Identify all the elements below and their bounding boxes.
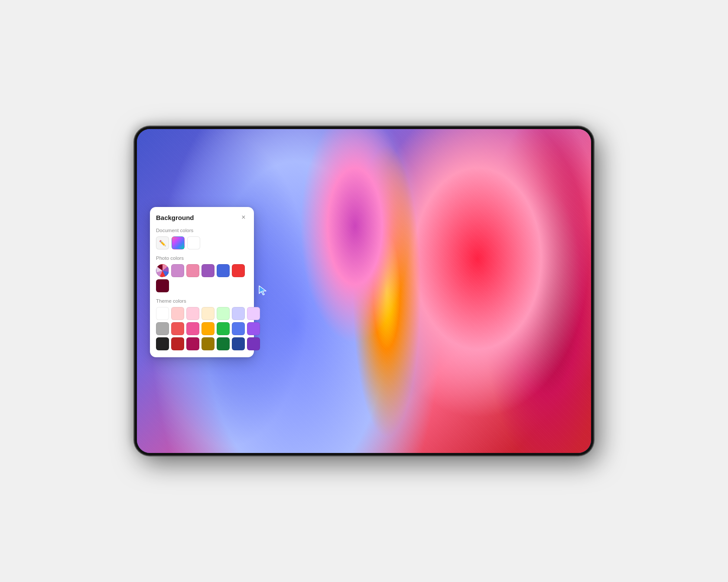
tablet-screen: Background × Document colors ✏️	[137, 129, 591, 453]
theme-swatch-dark-red[interactable]	[171, 337, 184, 350]
white-swatch[interactable]	[187, 236, 200, 249]
theme-swatch-white[interactable]	[156, 307, 169, 320]
picker-title: Background	[156, 214, 194, 221]
theme-swatch-dark-yellow[interactable]	[202, 337, 214, 350]
photo-swatch-6[interactable]	[156, 279, 169, 292]
photo-swatch-2[interactable]	[186, 264, 199, 277]
photo-swatch-1[interactable]	[171, 264, 184, 277]
theme-swatch-hot-pink[interactable]	[186, 322, 199, 335]
theme-swatch-light-green[interactable]	[217, 307, 230, 320]
color-picker-panel: Background × Document colors ✏️	[150, 207, 254, 357]
theme-swatch-orange[interactable]	[202, 322, 214, 335]
theme-swatch-gray[interactable]	[156, 322, 169, 335]
photo-colors-label: Photo colors	[156, 255, 248, 261]
document-colors-section: Document colors ✏️	[156, 228, 248, 249]
theme-swatch-dark-pink[interactable]	[186, 337, 199, 350]
theme-swatch-light-blue[interactable]	[232, 307, 245, 320]
theme-swatch-dark-purple[interactable]	[247, 337, 260, 350]
photo-swatch-4[interactable]	[217, 264, 230, 277]
theme-swatch-purple[interactable]	[247, 322, 260, 335]
theme-swatch-blue[interactable]	[232, 322, 245, 335]
photo-colors-row	[156, 264, 248, 292]
picker-header: Background ×	[156, 213, 248, 222]
theme-swatch-light-red[interactable]	[171, 307, 184, 320]
eyedropper-icon: ✏️	[159, 240, 166, 246]
theme-swatch-red[interactable]	[171, 322, 184, 335]
tablet-device: Background × Document colors ✏️	[134, 126, 594, 456]
scene: Background × Document colors ✏️	[104, 96, 624, 486]
theme-swatch-dark-blue[interactable]	[232, 337, 245, 350]
theme-swatch-light-pink[interactable]	[186, 307, 199, 320]
theme-colors-grid	[156, 307, 248, 350]
theme-colors-section: Theme colors	[156, 298, 248, 350]
gradient-swatch[interactable]	[172, 236, 185, 249]
theme-swatch-green[interactable]	[217, 322, 230, 335]
theme-swatch-light-purple[interactable]	[247, 307, 260, 320]
theme-colors-label: Theme colors	[156, 298, 248, 304]
photo-multicolor-swatch[interactable]	[156, 264, 169, 277]
document-colors-label: Document colors	[156, 228, 248, 233]
photo-swatch-3[interactable]	[202, 264, 214, 277]
close-button[interactable]: ×	[239, 213, 248, 222]
eyedropper-swatch[interactable]: ✏️	[156, 236, 169, 249]
photo-colors-section: Photo colors	[156, 255, 248, 292]
theme-swatch-black[interactable]	[156, 337, 169, 350]
theme-swatch-light-yellow[interactable]	[202, 307, 214, 320]
photo-swatch-5[interactable]	[232, 264, 245, 277]
theme-swatch-dark-green[interactable]	[217, 337, 230, 350]
document-colors-row: ✏️	[156, 236, 248, 249]
